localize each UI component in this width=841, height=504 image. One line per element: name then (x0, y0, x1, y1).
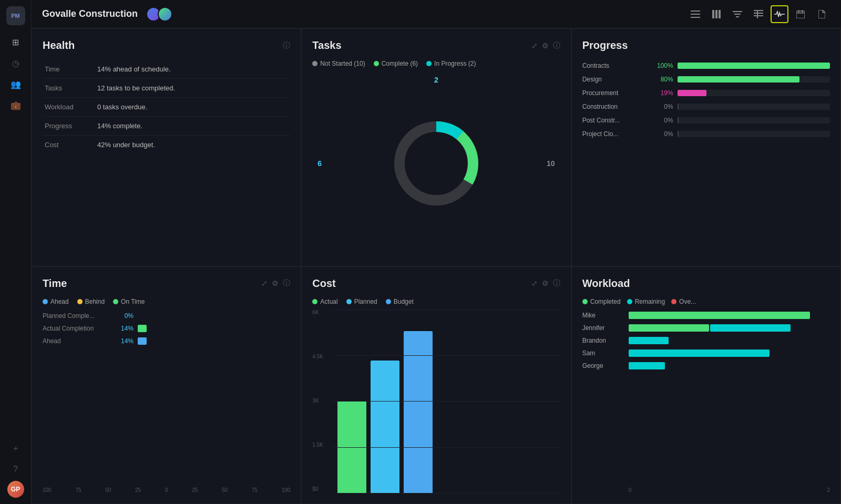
workload-row-label: George (582, 362, 624, 369)
time-row-pct: 0% (115, 312, 134, 320)
sidebar-item-home[interactable]: ⊞ (6, 33, 25, 52)
svg-rect-5 (719, 10, 721, 18)
workload-bar-completed (629, 312, 810, 319)
workload-bar-completed (629, 324, 709, 332)
progress-title: Progress (582, 39, 628, 52)
calendar-view-button[interactable] (792, 5, 809, 23)
cost-expand-icon[interactable]: ⤢ (531, 279, 538, 287)
sidebar-bottom: ＋ ? GP (6, 439, 25, 498)
cost-y-labels: 6K4.5K3K1.5K$0 (312, 310, 323, 493)
legend-label: Not Started (10) (320, 60, 365, 67)
health-help-icon[interactable]: ⓘ (283, 41, 290, 50)
workload-bars (629, 324, 830, 332)
tasks-legend-item: Complete (6) (374, 60, 418, 67)
health-header: Health ⓘ (43, 39, 290, 52)
time-axis-label: 25 (135, 487, 141, 493)
progress-row-pct: 80% (650, 76, 673, 83)
filter-button[interactable] (729, 5, 746, 23)
legend-dot (43, 299, 48, 304)
health-row-value: 42% under budget. (95, 136, 290, 155)
time-legend-item: On Time (113, 298, 145, 305)
columns-view-button[interactable] (707, 5, 725, 23)
time-expand-icon[interactable]: ⤢ (261, 279, 268, 287)
time-axis-label: 75 (252, 487, 258, 493)
workload-legend-item: Ove... (671, 298, 696, 305)
progress-row-pct: 19% (650, 89, 673, 97)
tasks-legend-item: In Progress (2) (426, 60, 476, 67)
health-row-value: 14% complete. (95, 117, 290, 136)
sidebar-item-people[interactable]: 👥 (6, 75, 25, 94)
donut-label-top: 2 (434, 76, 438, 84)
legend-dot (346, 299, 352, 304)
progress-row-label: Construction (582, 103, 645, 110)
sidebar-item-work[interactable]: 💼 (6, 96, 25, 115)
doc-view-button[interactable] (813, 5, 830, 23)
progress-row: Project Clo... 0% (582, 130, 830, 138)
tasks-settings-icon[interactable]: ⚙ (542, 42, 549, 50)
legend-dot (312, 61, 317, 66)
legend-label: Behind (85, 298, 105, 305)
cost-gridline (333, 310, 560, 310)
time-rows: Planned Comple... 0% Actual Completion 1… (43, 312, 290, 486)
time-legend-item: Ahead (43, 298, 69, 305)
health-row: Progress14% complete. (43, 117, 290, 136)
cost-gridline (333, 401, 560, 402)
cost-y-label: 1.5K (312, 442, 323, 448)
workload-bars (629, 312, 830, 319)
svg-rect-13 (796, 11, 805, 18)
time-axis: 1007550250255075100 (43, 485, 290, 493)
progress-row: Design 80% (582, 76, 830, 83)
legend-label: Remaining (635, 298, 665, 305)
workload-bar-remaining (629, 337, 669, 344)
progress-bar-fill (678, 76, 799, 83)
legend-dot (77, 299, 83, 304)
sidebar-item-add[interactable]: ＋ (6, 439, 25, 458)
time-axis-label: 50 (222, 487, 228, 493)
table-view-button[interactable] (750, 5, 767, 23)
tasks-expand-icon[interactable]: ⤢ (531, 42, 538, 50)
legend-label: Actual (320, 298, 337, 305)
workload-title: Workload (582, 277, 630, 290)
workload-row-label: Jennifer (582, 324, 624, 332)
progress-row-label: Project Clo... (582, 130, 645, 138)
workload-panel: Workload CompletedRemainingOve... Mike J… (571, 266, 841, 505)
health-row: Cost42% under budget. (43, 136, 290, 155)
workload-row: Mike (582, 312, 830, 319)
workload-bar-remaining (629, 349, 770, 357)
avatar-user2[interactable] (158, 7, 172, 22)
tasks-help-icon[interactable]: ⓘ (553, 41, 560, 50)
svg-rect-10 (754, 13, 763, 14)
avatar-group (146, 7, 172, 22)
health-row-value: 14% ahead of schedule. (95, 60, 290, 79)
legend-dot (312, 299, 317, 304)
time-axis-label: 75 (75, 487, 81, 493)
sidebar-item-time[interactable]: ◷ (6, 54, 25, 73)
time-settings-icon[interactable]: ⚙ (272, 279, 279, 287)
cost-settings-icon[interactable]: ⚙ (542, 279, 549, 287)
time-panel: Time ⤢ ⚙ ⓘ AheadBehindOn Time Planned Co… (32, 266, 301, 505)
cost-y-label: $0 (312, 486, 323, 492)
sidebar-avatar[interactable]: GP (7, 481, 24, 498)
time-axis-label: 100 (43, 487, 52, 493)
sidebar-logo[interactable]: PM (6, 6, 25, 25)
legend-dot (426, 61, 432, 66)
progress-bar-track (678, 63, 830, 69)
svg-rect-11 (754, 15, 763, 16)
list-view-button[interactable] (686, 5, 704, 23)
progress-bar-track (678, 90, 830, 96)
svg-rect-15 (798, 10, 799, 13)
sidebar-item-help[interactable]: ? (6, 460, 25, 479)
legend-label: Completed (590, 298, 621, 305)
svg-rect-9 (754, 10, 763, 11)
time-help-icon[interactable]: ⓘ (283, 279, 290, 288)
time-row-label: Actual Completion (43, 325, 111, 332)
cost-gridline (333, 447, 560, 448)
workload-row: Sam (582, 349, 830, 357)
progress-row: Procurement 19% (582, 89, 830, 97)
cost-chart-area: 6K4.5K3K1.5K$0 (312, 310, 560, 493)
progress-row: Construction 0% (582, 103, 830, 110)
pulse-view-button[interactable] (771, 5, 788, 23)
progress-header: Progress (582, 39, 830, 52)
cost-help-icon[interactable]: ⓘ (553, 279, 560, 288)
legend-dot (627, 299, 632, 304)
